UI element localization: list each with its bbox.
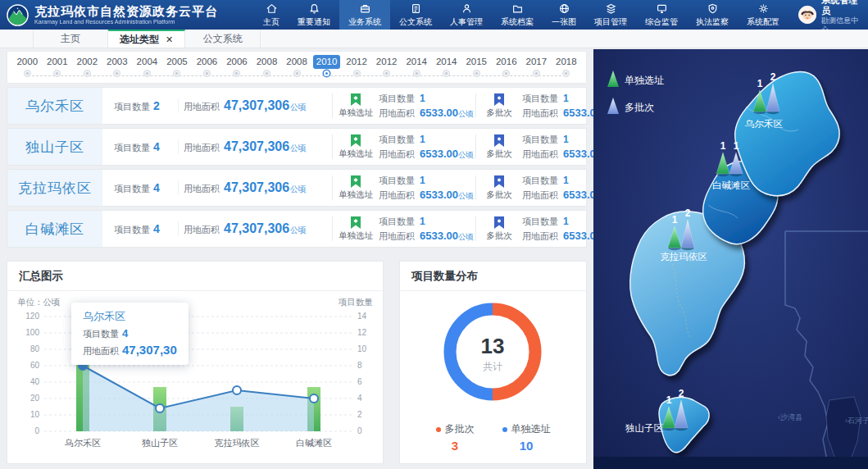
project-count-value: 4	[153, 222, 160, 235]
year-item[interactable]: 2012	[371, 55, 402, 83]
marker-count: 2	[685, 207, 691, 219]
multi-count-value: 1	[563, 134, 569, 145]
land-area-label: 用地面积	[522, 148, 558, 161]
multi-ribbon-col: 多批次	[476, 175, 522, 201]
district-name: 独山子区	[7, 129, 102, 165]
summary-chart-title: 汇总图示	[7, 262, 383, 291]
right-axis-tick: 8	[357, 361, 362, 370]
year-dot	[174, 71, 180, 76]
right-axis-tick: 6	[357, 377, 362, 386]
year-item[interactable]: 2018	[552, 55, 582, 83]
nav-item-label: 执法监察	[696, 16, 729, 28]
home-icon	[266, 2, 278, 15]
district-row: 独山子区项目数量4用地面积47,307,306公顷单独选址项目数量1用地面积65…	[7, 128, 587, 166]
year-item[interactable]: 2014	[431, 55, 461, 83]
year-item[interactable]: 2008	[282, 55, 312, 83]
donut-chart[interactable]: 13共计	[400, 291, 586, 414]
single-area-line: 用地面积6533.00公顷	[379, 148, 475, 161]
district-land-area: 用地面积47,307,306公顷	[178, 139, 332, 154]
year-item[interactable]: 2006	[192, 55, 222, 83]
project-count-label: 项目数量	[522, 175, 558, 187]
map-district-label: 乌尔禾区	[744, 119, 784, 129]
year-label: 2012	[373, 55, 401, 69]
year-item[interactable]: 2017	[521, 55, 552, 83]
single-site-ribbon-icon	[351, 93, 361, 107]
project-count-value: 4	[153, 181, 160, 194]
year-dot	[264, 71, 270, 76]
year-item[interactable]: 2008	[252, 55, 282, 83]
year-item[interactable]: 2000	[12, 55, 43, 83]
nav-item-folder[interactable]: 系统档案	[492, 0, 543, 30]
year-item[interactable]: 2002	[72, 55, 102, 83]
map-district-label: 独山子区	[625, 423, 664, 433]
year-item[interactable]: 2015	[461, 55, 492, 83]
year-dot	[414, 71, 420, 76]
legend-value: 3	[436, 439, 475, 453]
land-area-value: 47,307,306	[224, 139, 289, 153]
nav-item-gear[interactable]: 系统配置	[738, 0, 788, 30]
category-label: 乌尔禾区	[64, 438, 101, 448]
nav-item-briefcase[interactable]: 业务系统	[339, 0, 390, 30]
district-land-area: 用地面积47,307,306公顷	[178, 98, 332, 113]
year-item[interactable]: 2012	[342, 55, 372, 83]
map-legend-label: 多批次	[625, 102, 654, 113]
line-point-独山子区[interactable]	[156, 404, 164, 412]
nav-item-globe[interactable]: 一张图	[543, 0, 585, 30]
nav-item-shield[interactable]: 执法监察	[687, 0, 738, 30]
nav-item-person[interactable]: 人事管理	[441, 0, 492, 30]
nav-item-home[interactable]: 主页	[254, 0, 289, 30]
year-timeline: 2000200120022003200420052006200620082008…	[7, 51, 587, 84]
bar-line-combo-chart[interactable]: 1201410012801060840620410200乌尔禾区独山子区克拉玛依…	[16, 310, 374, 451]
line-point-白碱滩区[interactable]	[310, 394, 318, 403]
district-map[interactable]: ‹沙湾县‹石河子 12乌尔禾区11白碱滩区12克拉玛依区12独山子区 单独选址多…	[593, 49, 868, 469]
year-item[interactable]: 2010	[311, 55, 342, 83]
app-root: 克拉玛依市自然资源政务云平台 Karamay Land and Resource…	[0, 0, 868, 469]
project-count-label: 项目数量	[522, 134, 558, 146]
nav-item-monitor[interactable]: 综合监管	[636, 0, 687, 30]
nav-item-label: 项目管理	[594, 16, 627, 28]
chart-tooltip: 乌尔禾区 项目数量4 用地面积47,307,30	[71, 303, 189, 365]
single-area-value: 6533.00公顷	[420, 189, 474, 202]
left-axis-tick: 0	[34, 426, 39, 435]
donut-legend-top: 单独选址	[502, 422, 551, 436]
tab-home[interactable]: 主页	[33, 30, 108, 48]
multi-batch-ribbon-icon	[494, 93, 504, 107]
year-label: 2010	[313, 55, 341, 69]
app-header: 克拉玛依市自然资源政务云平台 Karamay Land and Resource…	[0, 0, 868, 30]
line-point-克拉玛依区[interactable]	[233, 386, 241, 394]
legend-dot	[502, 427, 507, 432]
left-axis-tick: 60	[30, 361, 40, 370]
multi-batch-ribbon-icon	[494, 175, 504, 189]
person-icon	[461, 2, 473, 15]
year-item[interactable]: 2004	[132, 55, 162, 83]
bell-icon	[308, 2, 320, 15]
year-item[interactable]: 2014	[402, 55, 432, 83]
district-row: 白碱滩区项目数量4用地面积47,307,306公顷单独选址项目数量1用地面积65…	[7, 210, 587, 248]
tab-close-icon[interactable]: ✕	[166, 34, 173, 45]
year-label: 2006	[193, 55, 221, 69]
year-item[interactable]: 2006	[222, 55, 252, 83]
multi-count-value: 1	[563, 216, 569, 227]
district-project-count: 项目数量4	[102, 139, 178, 154]
nav-item-layers[interactable]: 项目管理	[585, 0, 636, 30]
tab-document-system[interactable]: 公文系统	[185, 30, 261, 48]
year-item[interactable]: 2005	[162, 55, 193, 83]
tab-label: 主页	[61, 32, 80, 46]
donut-legend-item[interactable]: 单独选址10	[502, 422, 551, 453]
marker-count: 1	[672, 214, 678, 225]
year-item[interactable]: 2001	[43, 55, 73, 83]
nav-item-document[interactable]: 公文系统	[390, 0, 441, 30]
marker-count: 1	[734, 140, 739, 152]
year-item[interactable]: 2016	[492, 55, 522, 83]
tab-selected-type[interactable]: 选址类型✕	[108, 30, 185, 48]
nav-item-bell[interactable]: 重要通知	[289, 0, 339, 30]
project-count-label: 项目数量	[379, 216, 415, 228]
single-count-value: 1	[420, 175, 425, 186]
year-item[interactable]: 2003	[102, 55, 133, 83]
right-axis-tick: 0	[357, 426, 362, 435]
land-area-label: 用地面积	[184, 225, 220, 234]
year-label: 2014	[402, 55, 430, 69]
land-area-unit: 公顷	[290, 184, 307, 194]
year-dot	[234, 71, 239, 76]
donut-legend-item[interactable]: 多批次3	[436, 422, 475, 453]
